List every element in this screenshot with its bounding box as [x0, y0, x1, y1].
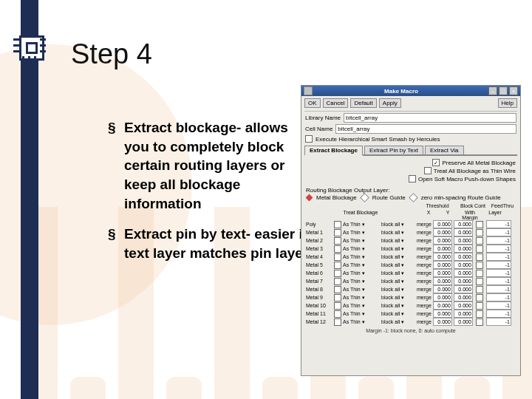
default-button[interactable]: Default	[350, 98, 376, 108]
chevron-down-icon[interactable]: ▾	[401, 270, 404, 276]
as-thin-checkbox[interactable]	[334, 302, 341, 310]
chevron-down-icon[interactable]: ▾	[362, 270, 365, 276]
chevron-down-icon[interactable]: ▾	[362, 238, 365, 244]
chevron-down-icon[interactable]: ▾	[401, 238, 404, 244]
as-thin-checkbox[interactable]	[334, 294, 341, 301]
feedthru-field[interactable]: -1	[486, 293, 511, 301]
feedthru-field[interactable]: -1	[486, 245, 511, 253]
chevron-down-icon[interactable]: ▾	[401, 262, 404, 268]
feedthru-field[interactable]: -1	[486, 261, 511, 269]
close-button[interactable]: ×	[509, 86, 518, 95]
preserve-blockage-checkbox[interactable]: ✓	[432, 159, 440, 166]
x-field[interactable]: 0.000	[433, 310, 452, 318]
as-thin-checkbox[interactable]	[334, 286, 341, 293]
margin-checkbox[interactable]	[476, 302, 483, 310]
x-field[interactable]: 0.000	[433, 301, 452, 310]
chevron-down-icon[interactable]: ▾	[401, 295, 404, 301]
margin-checkbox[interactable]	[476, 318, 483, 326]
x-field[interactable]: 0.000	[433, 293, 452, 301]
x-field[interactable]: 0.000	[433, 261, 452, 269]
chevron-down-icon[interactable]: ▾	[401, 230, 404, 236]
feedthru-field[interactable]: -1	[486, 228, 511, 236]
y-field[interactable]: 0.000	[454, 269, 473, 277]
margin-checkbox[interactable]	[476, 245, 483, 253]
chevron-down-icon[interactable]: ▾	[362, 287, 365, 293]
as-thin-checkbox[interactable]	[334, 262, 341, 269]
chevron-down-icon[interactable]: ▾	[401, 303, 404, 309]
margin-checkbox[interactable]	[476, 270, 483, 277]
feedthru-field[interactable]: -1	[486, 310, 511, 318]
feedthru-field[interactable]: -1	[486, 285, 511, 293]
tab-extract-pin-by-text[interactable]: Extract Pin by Text	[364, 146, 423, 154]
margin-checkbox[interactable]	[476, 278, 483, 285]
margin-checkbox[interactable]	[476, 310, 483, 318]
margin-checkbox[interactable]	[476, 262, 483, 269]
y-field[interactable]: 0.000	[454, 301, 473, 310]
chevron-down-icon[interactable]: ▾	[401, 311, 404, 317]
chevron-down-icon[interactable]: ▾	[362, 230, 365, 236]
y-field[interactable]: 0.000	[454, 220, 473, 228]
margin-checkbox[interactable]	[476, 286, 483, 293]
pushdown-checkbox[interactable]	[409, 175, 416, 183]
tab-extract-via[interactable]: Extract Via	[425, 146, 464, 154]
y-field[interactable]: 0.000	[454, 236, 473, 245]
cell-name-field[interactable]: bitcell_array	[335, 124, 516, 134]
x-field[interactable]: 0.000	[433, 228, 452, 236]
x-field[interactable]: 0.000	[433, 269, 452, 277]
maximize-button[interactable]: □	[499, 86, 508, 95]
radio-zero-spacing[interactable]	[409, 193, 418, 202]
as-thin-checkbox[interactable]	[334, 318, 341, 326]
x-field[interactable]: 0.000	[433, 253, 452, 261]
as-thin-checkbox[interactable]	[334, 253, 341, 261]
as-thin-checkbox[interactable]	[334, 229, 341, 236]
chevron-down-icon[interactable]: ▾	[401, 222, 404, 228]
feedthru-field[interactable]: -1	[486, 253, 511, 261]
chevron-down-icon[interactable]: ▾	[401, 246, 404, 252]
as-thin-checkbox[interactable]	[334, 237, 341, 245]
radio-metal-blockage[interactable]	[306, 194, 313, 202]
chevron-down-icon[interactable]: ▾	[362, 254, 365, 260]
y-field[interactable]: 0.000	[454, 318, 473, 326]
ok-button[interactable]: OK	[304, 98, 321, 108]
x-field[interactable]: 0.000	[433, 277, 452, 285]
margin-checkbox[interactable]	[476, 229, 483, 236]
feedthru-field[interactable]: -1	[486, 269, 511, 277]
chevron-down-icon[interactable]: ▾	[401, 254, 404, 260]
apply-button[interactable]: Apply	[379, 98, 401, 108]
chevron-down-icon[interactable]: ▾	[362, 303, 365, 309]
as-thin-checkbox[interactable]	[334, 270, 341, 277]
chevron-down-icon[interactable]: ▾	[362, 279, 365, 284]
chevron-down-icon[interactable]: ▾	[401, 287, 404, 293]
chevron-down-icon[interactable]: ▾	[362, 262, 365, 268]
y-field[interactable]: 0.000	[454, 261, 473, 269]
as-thin-checkbox[interactable]	[334, 245, 341, 253]
y-field[interactable]: 0.000	[454, 277, 473, 285]
help-button[interactable]: Help	[498, 98, 517, 108]
chevron-down-icon[interactable]: ▾	[362, 222, 365, 228]
x-field[interactable]: 0.000	[433, 245, 452, 253]
y-field[interactable]: 0.000	[454, 293, 473, 301]
feedthru-field[interactable]: -1	[486, 301, 511, 310]
x-field[interactable]: 0.000	[433, 318, 452, 326]
margin-checkbox[interactable]	[476, 294, 483, 301]
margin-checkbox[interactable]	[476, 237, 483, 245]
minimize-button[interactable]: –	[488, 86, 497, 95]
x-field[interactable]: 0.000	[433, 220, 452, 228]
chevron-down-icon[interactable]: ▾	[362, 246, 365, 252]
thin-wire-checkbox[interactable]	[424, 167, 432, 174]
feedthru-field[interactable]: -1	[486, 236, 511, 245]
as-thin-checkbox[interactable]	[334, 221, 341, 228]
y-field[interactable]: 0.000	[454, 245, 473, 253]
chevron-down-icon[interactable]: ▾	[362, 295, 365, 301]
library-name-field[interactable]: bitcell_array	[344, 113, 516, 123]
margin-checkbox[interactable]	[476, 253, 483, 261]
y-field[interactable]: 0.000	[454, 285, 473, 293]
feedthru-field[interactable]: -1	[486, 318, 511, 326]
hier-smash-checkbox[interactable]	[305, 135, 313, 143]
chevron-down-icon[interactable]: ▾	[362, 311, 365, 317]
margin-checkbox[interactable]	[476, 221, 483, 228]
tab-extract-blockage[interactable]: Extract Blockage	[304, 146, 363, 156]
x-field[interactable]: 0.000	[433, 236, 452, 245]
as-thin-checkbox[interactable]	[334, 278, 341, 285]
y-field[interactable]: 0.000	[454, 310, 473, 318]
